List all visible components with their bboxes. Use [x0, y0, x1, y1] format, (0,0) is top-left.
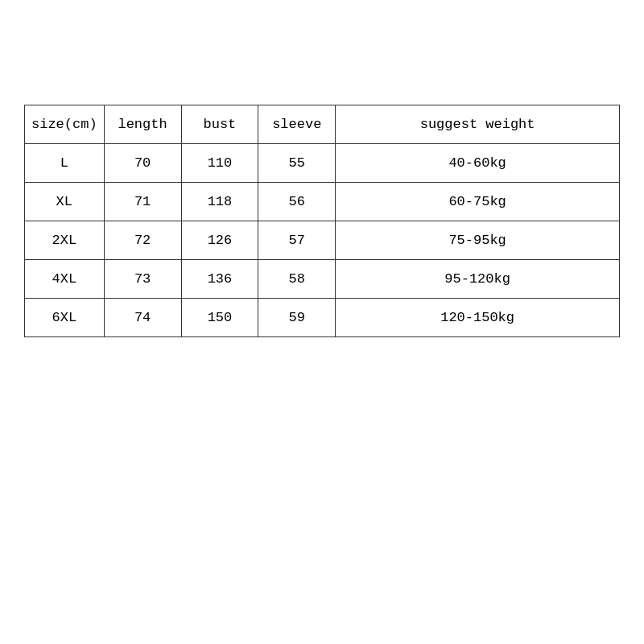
- cell-sleeve: 55: [258, 144, 336, 183]
- cell-size: XL: [25, 183, 105, 221]
- cell-suggest_weight: 75-95kg: [336, 221, 620, 260]
- size-chart-container: size(cm) length bust sleeve suggest weig…: [24, 105, 620, 337]
- size-chart-table: size(cm) length bust sleeve suggest weig…: [24, 105, 620, 337]
- cell-length: 74: [104, 299, 181, 337]
- table-row: L701105540-60kg: [25, 144, 620, 183]
- header-sleeve: sleeve: [258, 105, 336, 144]
- header-bust: bust: [181, 105, 258, 144]
- cell-sleeve: 57: [258, 221, 336, 260]
- header-suggest-weight: suggest weight: [336, 105, 620, 144]
- header-length: length: [104, 105, 181, 144]
- cell-size: 4XL: [25, 260, 105, 299]
- cell-sleeve: 58: [258, 260, 336, 299]
- cell-bust: 150: [181, 299, 258, 337]
- cell-sleeve: 59: [258, 299, 336, 337]
- cell-suggest_weight: 40-60kg: [336, 144, 620, 183]
- cell-bust: 110: [181, 144, 258, 183]
- cell-length: 71: [104, 183, 181, 221]
- cell-size: 6XL: [25, 299, 105, 337]
- cell-sleeve: 56: [258, 183, 336, 221]
- cell-size: 2XL: [25, 221, 105, 260]
- cell-bust: 118: [181, 183, 258, 221]
- table-row: 4XL731365895-120kg: [25, 260, 620, 299]
- cell-length: 72: [104, 221, 181, 260]
- table-header-row: size(cm) length bust sleeve suggest weig…: [25, 105, 620, 144]
- cell-bust: 126: [181, 221, 258, 260]
- cell-suggest_weight: 95-120kg: [336, 260, 620, 299]
- table-row: 6XL7415059120-150kg: [25, 299, 620, 337]
- cell-size: L: [25, 144, 105, 183]
- cell-suggest_weight: 60-75kg: [336, 183, 620, 221]
- header-size: size(cm): [25, 105, 105, 144]
- cell-length: 73: [104, 260, 181, 299]
- table-row: XL711185660-75kg: [25, 183, 620, 221]
- cell-bust: 136: [181, 260, 258, 299]
- cell-length: 70: [104, 144, 181, 183]
- table-row: 2XL721265775-95kg: [25, 221, 620, 260]
- cell-suggest_weight: 120-150kg: [336, 299, 620, 337]
